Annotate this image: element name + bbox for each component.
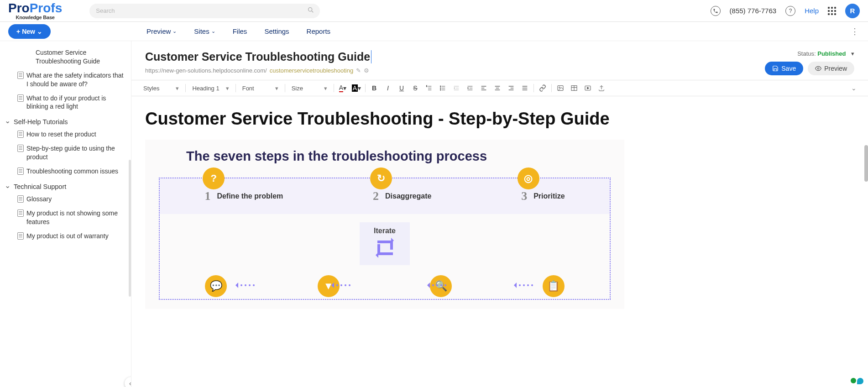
step-label: Prioritize — [533, 192, 565, 200]
document-icon — [17, 72, 24, 79]
apps-icon[interactable] — [828, 7, 836, 15]
step-num: 3 — [521, 189, 527, 203]
new-button[interactable]: + New ⌄ — [8, 24, 51, 39]
search-input[interactable] — [96, 7, 314, 14]
sidebar-item[interactable]: What are the safety indicators that I sh… — [0, 68, 131, 91]
bold-button[interactable]: B — [369, 83, 379, 93]
upload-button[interactable] — [596, 83, 607, 93]
chevron-down-icon: ⌄ — [211, 28, 215, 34]
content-scrollbar[interactable] — [864, 145, 868, 182]
sidebar: Customer Service Troubleshooting Guide W… — [0, 41, 131, 387]
sidebar-item[interactable]: My product is out of warranty — [0, 229, 131, 243]
sidebar-item[interactable]: What to do if your product is blinking a… — [0, 91, 131, 114]
align-right-button[interactable] — [506, 83, 516, 93]
save-button[interactable]: Save — [765, 62, 803, 75]
svg-text:1: 1 — [426, 85, 428, 87]
more-icon[interactable]: ⋮ — [851, 26, 859, 37]
logo-part2: Profs — [30, 1, 63, 15]
sidebar-section-selfhelp[interactable]: Self-Help Tutorials — [0, 114, 131, 127]
indent-button[interactable] — [465, 83, 475, 93]
loop-icon — [374, 239, 396, 259]
document-icon — [17, 232, 24, 240]
step-num: 2 — [373, 189, 379, 203]
sidebar-item[interactable]: Glossary — [0, 192, 131, 206]
flow-arrow — [424, 282, 446, 288]
styles-select[interactable]: Styles ▾ — [141, 84, 182, 93]
table-button[interactable] — [569, 83, 579, 93]
search-icon[interactable] — [307, 6, 314, 15]
sidebar-section-tech[interactable]: Technical Support — [0, 178, 131, 192]
main-area: Customer Service Troubleshooting Guide W… — [0, 41, 868, 387]
save-label: Save — [781, 65, 796, 72]
sidebar-item[interactable]: My product is not showing some features — [0, 206, 131, 229]
chevron-down-icon: ▾ — [226, 85, 229, 92]
nav-preview[interactable]: Preview ⌄ — [146, 27, 177, 35]
editor-body[interactable]: Customer Service Troubleshooting - Step-… — [131, 96, 868, 322]
edit-slug-icon[interactable]: ✎ — [356, 67, 361, 74]
status-line[interactable]: Status: Published ▾ — [797, 50, 854, 57]
font-select[interactable]: Font ▾ — [240, 84, 281, 93]
underline-button[interactable]: U — [397, 83, 407, 93]
text-color-button[interactable]: A▾ — [338, 83, 348, 93]
iterate-box: Iterate — [360, 222, 410, 265]
sidebar-item[interactable]: Troubleshooting common issues — [0, 164, 131, 178]
url-slug[interactable]: customerservicetroubleshooting — [270, 67, 354, 74]
help-icon: ? — [785, 6, 795, 16]
save-icon — [772, 65, 779, 72]
svg-marker-37 — [587, 87, 589, 89]
target-icon: ◎ — [518, 167, 539, 189]
phone-number[interactable]: (855) 776-7763 — [730, 7, 777, 15]
chat-widget[interactable] — [851, 378, 863, 384]
align-justify-button[interactable] — [520, 83, 530, 93]
bg-color-button[interactable]: A▾ — [351, 83, 361, 93]
svg-point-0 — [309, 8, 312, 11]
document-icon — [17, 209, 24, 217]
sidebar-scrollbar[interactable] — [129, 160, 131, 297]
strike-button[interactable]: S — [410, 83, 420, 93]
chat-icon — [857, 378, 863, 384]
phone-icon — [711, 6, 721, 16]
page-title[interactable]: Customer Service Troubleshooting Guide — [145, 50, 371, 63]
video-button[interactable] — [583, 83, 593, 93]
svg-point-32 — [559, 87, 560, 88]
search-box[interactable] — [89, 4, 320, 18]
nav-reports[interactable]: Reports — [307, 27, 331, 35]
disaggregate-icon: ↻ — [370, 167, 392, 189]
sidebar-item[interactable]: How to reset the product — [0, 127, 131, 141]
link-button[interactable] — [538, 83, 548, 93]
size-select[interactable]: Size ▾ — [289, 84, 330, 93]
page-url: https://new-gen-solutions.helpdocsonline… — [145, 67, 765, 74]
new-label: New — [22, 28, 35, 35]
editor-toolbar: Styles ▾ Heading 1 ▾ Font ▾ Size ▾ A▾ A▾… — [131, 80, 868, 96]
preview-button[interactable]: Preview — [808, 62, 854, 75]
svg-point-10 — [440, 86, 441, 87]
secondary-bar: + New ⌄ Preview ⌄ Sites ⌄ Files Settings… — [0, 22, 868, 41]
nav-settings[interactable]: Settings — [264, 27, 289, 35]
url-base: https://new-gen-solutions.helpdocsonline… — [145, 67, 267, 74]
expand-toolbar-button[interactable]: ⌄ — [849, 83, 859, 93]
nav-files[interactable]: Files — [233, 27, 247, 35]
collapse-sidebar-button[interactable]: « — [125, 377, 131, 387]
brand-logo[interactable]: ProProfs Knowledge Base — [8, 2, 62, 20]
outdent-button[interactable] — [451, 83, 461, 93]
flow-arrow — [233, 282, 255, 288]
avatar[interactable]: R — [845, 4, 860, 18]
align-left-button[interactable] — [479, 83, 489, 93]
logo-part1: Pro — [8, 1, 30, 15]
plus-icon: + — [16, 28, 20, 35]
ordered-list-button[interactable]: 1 — [424, 83, 434, 93]
format-select[interactable]: Heading 1 ▾ — [189, 84, 231, 93]
image-button[interactable] — [555, 83, 565, 93]
nav-sites[interactable]: Sites ⌄ — [194, 27, 215, 35]
sidebar-item[interactable]: Customer Service Troubleshooting Guide — [0, 46, 131, 68]
italic-button[interactable]: I — [383, 83, 393, 93]
chevron-down-icon: ⌄ — [173, 28, 177, 34]
settings-icon[interactable]: ⚙ — [364, 67, 369, 74]
align-center-button[interactable] — [492, 83, 502, 93]
bottom-step-icons: 💬 ▼ 🔍 📋 — [160, 265, 610, 299]
top-bar: ProProfs Knowledge Base (855) 776-7763 ?… — [0, 0, 868, 22]
help-link[interactable]: Help — [805, 7, 819, 15]
unordered-list-button[interactable] — [438, 83, 448, 93]
sidebar-item[interactable]: Step-by-step guide to using the product — [0, 141, 131, 164]
content-h1: Customer Service Troubleshooting - Step-… — [145, 109, 854, 129]
